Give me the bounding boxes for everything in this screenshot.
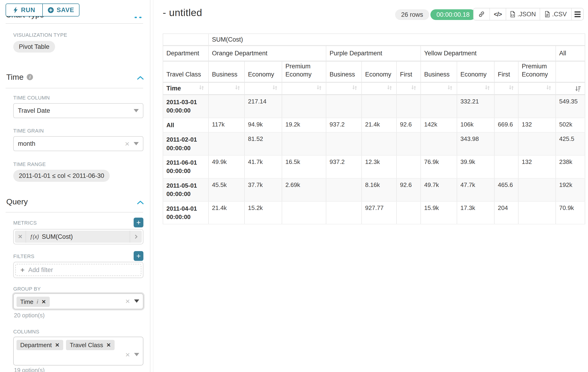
pivot-cell: 217.14	[244, 95, 282, 118]
time-column-select[interactable]: Travel Date	[13, 103, 143, 118]
metric-item[interactable]: ✕ ƒ(x) SUM(Cost)	[15, 231, 142, 243]
pivot-cell	[421, 95, 457, 118]
chip-remove-icon[interactable]: ✕	[55, 342, 60, 348]
info-icon: i	[27, 74, 33, 80]
sort-icon[interactable]	[410, 84, 417, 91]
time-column-label: TIME COLUMN	[13, 95, 50, 101]
sort-icon[interactable]	[545, 84, 552, 91]
sort-icon[interactable]	[198, 84, 205, 91]
pivot-cell: 92.6	[397, 118, 421, 132]
row-label: 2011-03-01 00:00:00	[163, 95, 209, 118]
row-label: 2011-04-01 00:00:00	[163, 201, 209, 224]
sort-cell	[518, 82, 556, 95]
sort-descending-icon[interactable]	[575, 85, 581, 92]
sort-cell	[244, 82, 282, 95]
group-header-cell: All	[556, 46, 585, 61]
caret-down-icon[interactable]	[134, 353, 139, 356]
export-csv-button[interactable]: .CSV	[540, 8, 572, 20]
sort-cell	[494, 82, 518, 95]
subcol-header-cell: Business	[209, 61, 244, 82]
sort-icon[interactable]	[386, 84, 393, 91]
pivot-cell: 669.6	[494, 118, 518, 132]
chip-label: Department	[20, 341, 52, 349]
pivot-cell: 142k	[421, 118, 457, 132]
pivot-cell: 70.9k	[556, 201, 585, 224]
filters-label: FILTERS	[13, 254, 34, 259]
metric-header-cell: SUM(Cost)	[209, 34, 585, 46]
panel-handle-dot	[135, 17, 137, 18]
metric-name: SUM(Cost)	[42, 233, 73, 240]
add-filter-button[interactable]: + Add filter	[15, 264, 141, 276]
columns-select[interactable]: Department ✕ Travel Class ✕ ×	[13, 337, 143, 365]
chevron-up-icon[interactable]	[137, 75, 144, 80]
chevron-right-icon	[133, 234, 139, 240]
pivot-cell	[362, 95, 397, 118]
add-filter-plus-button[interactable]: +	[134, 251, 143, 261]
sort-cell	[362, 82, 397, 95]
subcol-header-cell: Premium Economy	[518, 61, 556, 82]
sort-icon[interactable]	[351, 84, 358, 91]
corner-cell	[163, 34, 209, 46]
pivot-cell: 502k	[556, 118, 585, 132]
subcol-header-cell: First	[397, 61, 421, 82]
columns-chip[interactable]: Travel Class ✕	[66, 340, 115, 350]
pivot-cell	[362, 132, 397, 155]
chip-remove-icon[interactable]: ✕	[106, 342, 111, 348]
sort-cell	[209, 82, 244, 95]
panel-handle-dot	[139, 17, 142, 18]
time-range-pill[interactable]: 2011-01-01 ≤ col < 2011-06-30	[13, 170, 110, 182]
chevron-up-icon[interactable]	[137, 200, 144, 205]
plus-icon: +	[136, 252, 141, 260]
pivot-cell	[209, 132, 244, 155]
chart-title[interactable]: - untitled	[163, 7, 202, 18]
pivot-cell	[518, 132, 556, 155]
save-button[interactable]: SAVE	[43, 4, 79, 16]
table-row: 2011-06-01 00:00:0049.9k41.7k16.5k937.21…	[163, 155, 585, 178]
subcol-header-cell: Business	[326, 61, 362, 82]
pivot-cell	[326, 201, 362, 224]
sort-icon[interactable]	[272, 84, 278, 91]
pivot-cell: 927.77	[362, 201, 397, 224]
pivot-cell	[518, 178, 556, 201]
pivot-cell	[494, 132, 518, 155]
sort-icon[interactable]	[446, 84, 453, 91]
sort-icon[interactable]	[508, 84, 515, 91]
time-grain-select[interactable]: month ×	[13, 136, 143, 151]
pivot-cell: 49.7k	[421, 178, 457, 201]
chip-remove-icon[interactable]: ✕	[41, 299, 46, 305]
run-button[interactable]: RUN	[6, 4, 43, 16]
add-metric-button[interactable]: +	[134, 218, 143, 227]
add-filter-placeholder: Add filter	[28, 266, 53, 274]
pivot-cell: 332.21	[457, 95, 494, 118]
sort-header-row: Time	[163, 82, 585, 95]
copy-link-button[interactable]	[474, 8, 490, 20]
more-menu-button[interactable]	[572, 8, 583, 20]
clear-icon[interactable]: ×	[125, 351, 130, 359]
caret-down-icon[interactable]	[134, 299, 139, 303]
sort-cell	[326, 82, 362, 95]
superset-explore-window: Chart Type RUN SAVE VISUALIZATION TYPE P…	[0, 0, 588, 372]
pivot-cell: 94.9k	[244, 118, 282, 132]
pivot-cell	[326, 95, 362, 118]
pivot-cell: 238k	[556, 155, 585, 178]
group-by-options-hint: 20 option(s)	[14, 312, 45, 319]
sort-icon[interactable]	[484, 84, 491, 91]
time-section-title: Time i	[6, 73, 33, 82]
sort-icon[interactable]	[316, 84, 323, 91]
subcol-header-cell: Business	[421, 61, 457, 82]
pivot-cell	[397, 201, 421, 224]
export-json-button[interactable]: .JSON	[506, 8, 540, 20]
expand-metric-icon[interactable]	[130, 231, 142, 243]
view-query-button[interactable]: </>	[490, 8, 506, 20]
clear-icon[interactable]: ×	[125, 140, 129, 148]
clear-icon[interactable]: ×	[125, 297, 130, 305]
sort-cell	[421, 82, 457, 95]
remove-metric-icon[interactable]: ✕	[15, 231, 26, 243]
pivot-cell: 16.5k	[282, 155, 326, 178]
visualization-type-pill[interactable]: Pivot Table	[13, 41, 55, 53]
pivot-cell: 15.2k	[244, 201, 282, 224]
sort-icon[interactable]	[234, 84, 241, 91]
group-by-select[interactable]: Time i ✕ ×	[13, 293, 143, 309]
group-by-chip[interactable]: Time i ✕	[17, 297, 50, 307]
columns-chip[interactable]: Department ✕	[17, 340, 63, 350]
